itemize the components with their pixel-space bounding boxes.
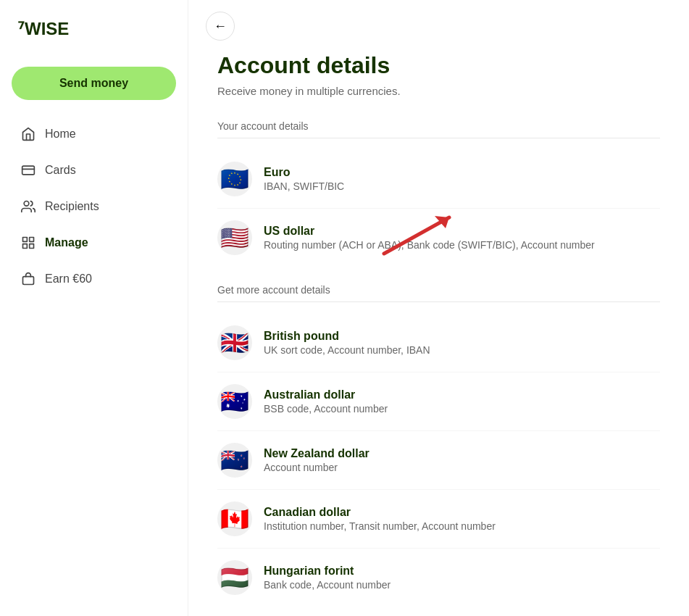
svg-rect-7 [23, 244, 28, 249]
flag-huf: 🇭🇺 [217, 560, 252, 595]
currency-info-usd: US dollarRouting number (ACH or ABA), Ba… [264, 225, 660, 251]
currency-name-euro: Euro [264, 166, 660, 179]
currency-name-usd: US dollar [264, 225, 660, 238]
currency-detail-nzd: Account number [264, 462, 660, 473]
divider-2 [217, 301, 660, 302]
currency-item-aud[interactable]: 🇦🇺Australian dollarBSB code, Account num… [217, 372, 660, 431]
home-icon [20, 126, 36, 142]
sidebar-item-recipients[interactable]: Recipients [12, 190, 176, 223]
currency-item-huf[interactable]: 🇭🇺Hungarian forintBank code, Account num… [217, 549, 660, 607]
currency-item-cad[interactable]: 🇨🇦Canadian dollarInstitution number, Tra… [217, 490, 660, 549]
divider-1 [217, 138, 660, 138]
more-account-label: Get more account details [217, 284, 660, 296]
sidebar-item-manage[interactable]: Manage [12, 226, 176, 259]
currency-item-usd[interactable]: 🇺🇸US dollarRouting number (ACH or ABA), … [217, 209, 660, 267]
main-content: ← Account details Receive money in multi… [188, 0, 689, 616]
manage-icon [20, 235, 36, 251]
flag-nzd: 🇳🇿 [217, 443, 252, 478]
currency-detail-huf: Bank code, Account number [264, 579, 660, 591]
sidebar-nav: HomeCardsRecipientsManageEarn €60 [12, 117, 176, 299]
flag-aud: 🇦🇺 [217, 384, 252, 419]
currency-name-cad: Canadian dollar [264, 506, 660, 519]
currency-info-cad: Canadian dollarInstitution number, Trans… [264, 506, 660, 532]
flag-gbp: 🇬🇧 [217, 325, 252, 360]
currency-name-nzd: New Zealand dollar [264, 447, 660, 460]
svg-rect-1 [22, 166, 35, 175]
currency-detail-usd: Routing number (ACH or ABA), Bank code (… [264, 239, 660, 251]
flag-euro: 🇪🇺 [217, 162, 252, 196]
sidebar-item-earn[interactable]: Earn €60 [12, 262, 176, 296]
recipients-icon [20, 199, 36, 215]
svg-rect-4 [23, 238, 28, 242]
currency-info-aud: Australian dollarBSB code, Account numbe… [264, 388, 660, 415]
earn-icon [20, 271, 36, 287]
svg-rect-8 [23, 277, 34, 285]
currency-info-nzd: New Zealand dollarAccount number [264, 447, 660, 473]
svg-point-3 [24, 201, 29, 207]
flag-cad: 🇨🇦 [217, 501, 252, 536]
back-button-area: ← [188, 0, 689, 52]
currency-name-huf: Hungarian forint [264, 565, 660, 578]
sidebar-item-label-home: Home [45, 128, 76, 141]
sidebar-item-cards[interactable]: Cards [12, 154, 176, 187]
sidebar-item-label-earn: Earn €60 [45, 272, 92, 286]
sidebar-item-home[interactable]: Home [12, 117, 176, 151]
flag-usd: 🇺🇸 [217, 220, 252, 255]
currency-item-euro[interactable]: 🇪🇺EuroIBAN, SWIFT/BIC [217, 150, 660, 209]
currency-name-aud: Australian dollar [264, 388, 660, 401]
back-icon: ← [214, 19, 227, 34]
svg-rect-6 [30, 244, 34, 249]
currency-detail-euro: IBAN, SWIFT/BIC [264, 180, 660, 192]
page-subtitle: Receive money in multiple currencies. [217, 85, 660, 97]
currency-detail-gbp: UK sort code, Account number, IBAN [264, 344, 660, 356]
more-account-section: Get more account details 🇬🇧British pound… [217, 284, 660, 607]
your-account-section: Your account details 🇪🇺EuroIBAN, SWIFT/B… [217, 120, 660, 267]
currency-info-euro: EuroIBAN, SWIFT/BIC [264, 166, 660, 192]
sidebar: ⁷WISE Send money HomeCardsRecipientsMana… [0, 0, 188, 616]
svg-text:⁷WISE: ⁷WISE [17, 19, 69, 38]
sidebar-item-label-recipients: Recipients [45, 200, 99, 213]
back-button[interactable]: ← [206, 12, 235, 41]
page-title: Account details [217, 52, 660, 79]
sidebar-item-label-manage: Manage [45, 236, 88, 249]
send-money-button[interactable]: Send money [12, 67, 176, 100]
sidebar-item-label-cards: Cards [45, 164, 76, 177]
currency-name-gbp: British pound [264, 330, 660, 343]
currency-item-nzd[interactable]: 🇳🇿New Zealand dollarAccount number [217, 431, 660, 490]
your-account-label: Your account details [217, 120, 660, 132]
currency-detail-aud: BSB code, Account number [264, 403, 660, 415]
currency-info-gbp: British poundUK sort code, Account numbe… [264, 330, 660, 356]
currency-item-gbp[interactable]: 🇬🇧British poundUK sort code, Account num… [217, 314, 660, 372]
content-area: Account details Receive money in multipl… [188, 52, 689, 616]
cards-icon [20, 162, 36, 178]
logo: ⁷WISE [12, 17, 176, 43]
svg-rect-5 [30, 238, 34, 242]
more-account-items: 🇬🇧British poundUK sort code, Account num… [217, 314, 660, 607]
currency-detail-cad: Institution number, Transit number, Acco… [264, 520, 660, 532]
your-account-items: 🇪🇺EuroIBAN, SWIFT/BIC🇺🇸US dollarRouting … [217, 150, 660, 267]
currency-info-huf: Hungarian forintBank code, Account numbe… [264, 565, 660, 591]
